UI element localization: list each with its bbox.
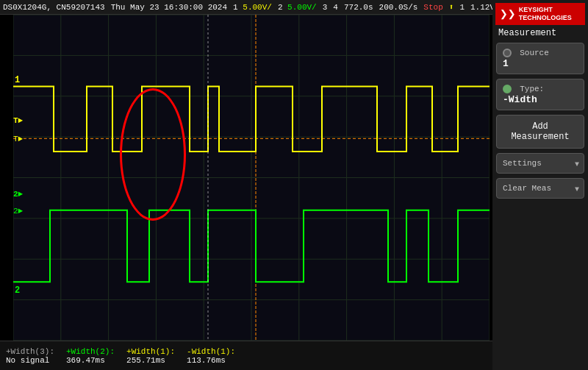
sample-rate: 200.0S/s bbox=[379, 3, 418, 12]
timebase: 772.0s bbox=[344, 3, 373, 12]
bottom-measurement-bar: +Width(3): No signal +Width(2): 369.47ms… bbox=[0, 341, 492, 370]
meas-ch1-label: +Width(1): bbox=[126, 347, 175, 356]
source-radio-icon bbox=[503, 49, 512, 57]
meas-neg-width-ch1: -Width(1): 113.76ms bbox=[187, 347, 235, 365]
trigger-voltage: 1.12V bbox=[470, 3, 495, 12]
type-value: -Width bbox=[503, 94, 537, 105]
type-button[interactable]: Type: -Width bbox=[496, 79, 584, 110]
scope-canvas bbox=[13, 15, 490, 341]
ch1-scale: 1 5.00V/ bbox=[233, 3, 272, 12]
meas-ch2-label: +Width(2): bbox=[66, 347, 115, 356]
trigger-icon: ⬆ bbox=[449, 2, 454, 12]
run-stop-status: Stop bbox=[423, 3, 442, 12]
type-label: Type: bbox=[520, 85, 544, 93]
type-radio-icon bbox=[503, 85, 512, 93]
add-measurement-button[interactable]: Add Measurement bbox=[496, 115, 584, 149]
right-panel: ❯❯ KEYSIGHT TECHNOLOGIES Measurement Sou… bbox=[492, 0, 588, 370]
ch3-num: 3 bbox=[323, 3, 328, 12]
meas-ch1-value: 255.71ms bbox=[126, 356, 165, 365]
meas-ch2-value: 369.47ms bbox=[66, 356, 105, 365]
settings-button[interactable]: Settings ▼ bbox=[496, 153, 584, 174]
meas-width-ch1: +Width(1): 255.71ms bbox=[126, 347, 175, 365]
timestamp: Thu May 23 16:30:00 2024 bbox=[111, 3, 227, 12]
ch2-trigger-marker: 2► bbox=[13, 190, 23, 199]
trigger-ch: 1 bbox=[459, 3, 465, 12]
source-button[interactable]: Source 1 bbox=[496, 43, 584, 74]
ch4-num: 4 bbox=[333, 3, 338, 12]
clear-meas-label: Clear Meas bbox=[503, 184, 551, 193]
source-value: 1 bbox=[503, 58, 509, 69]
scope-display: T► 2► bbox=[13, 15, 490, 341]
measurement-panel-title: Measurement bbox=[495, 28, 556, 38]
meas-neg-ch1-label: -Width(1): bbox=[187, 347, 235, 356]
meas-neg-ch1-value: 113.76ms bbox=[187, 356, 226, 365]
meas-width-ch3: +Width(3): No signal bbox=[6, 347, 54, 365]
source-label: Source bbox=[520, 49, 549, 57]
trigger-level-marker: T► bbox=[13, 116, 23, 125]
meas-ch3-value: No signal bbox=[6, 356, 49, 365]
clear-meas-button[interactable]: Clear Meas ▼ bbox=[496, 178, 584, 199]
keysight-logo: ❯❯ KEYSIGHT TECHNOLOGIES bbox=[495, 3, 585, 25]
settings-arrow-icon: ▼ bbox=[575, 160, 579, 168]
device-id: DS0X1204G, CN59207143 bbox=[3, 3, 105, 12]
ch2-scale: 2 5.00V/ bbox=[278, 3, 317, 12]
meas-ch3-label: +Width(3): bbox=[6, 347, 54, 356]
keysight-brand-text: KEYSIGHT TECHNOLOGIES bbox=[519, 6, 581, 22]
keysight-chevron-icon: ❯❯ bbox=[500, 6, 516, 22]
clear-meas-arrow-icon: ▼ bbox=[575, 185, 579, 193]
meas-width-ch2: +Width(2): 369.47ms bbox=[66, 347, 115, 365]
settings-label: Settings bbox=[503, 159, 542, 168]
